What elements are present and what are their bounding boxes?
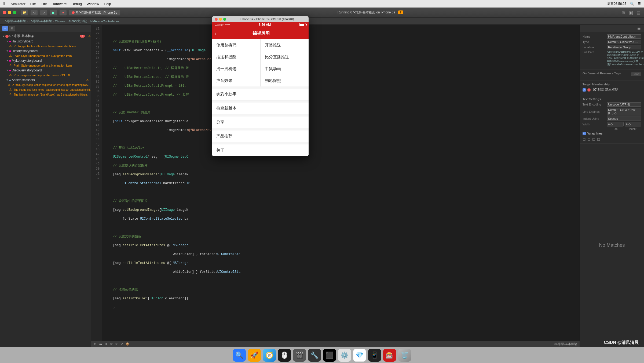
width-tab-value[interactable]: 4 ◇ xyxy=(607,122,624,126)
help-menu[interactable]: Help xyxy=(104,2,111,6)
code-content[interactable]: 21 22 23 24 25 26 27 28 29 30 31 32 33 3… xyxy=(91,25,580,341)
by-file-btn[interactable]: ≡ xyxy=(2,26,8,31)
ios-cell-assistant[interactable]: 购彩小助手 xyxy=(212,89,309,100)
show-button[interactable]: Show xyxy=(631,72,641,76)
hall-storyboard-item[interactable]: ▼ ■ Hall.storyboard xyxy=(0,39,91,44)
breadcrumb-item-4[interactable]: Arena(竞技场) xyxy=(68,19,87,23)
bottom-icon-1[interactable]: ◻ xyxy=(583,137,586,141)
bottom-icon-4[interactable]: ◻ xyxy=(597,137,600,141)
code-text[interactable]: // 设置控制器的背景图片(拉伸) self.view.layer.conten… xyxy=(102,25,580,341)
dock-app[interactable]: 🎰 xyxy=(383,349,396,362)
bottom-icon-2[interactable]: ◻ xyxy=(587,137,591,141)
type-row: Type Default - Objective-C... xyxy=(583,40,641,44)
ios-cell-open-prize[interactable]: 开奖推送 xyxy=(260,39,309,51)
indent-value[interactable]: Spaces xyxy=(607,117,641,121)
encoding-label: Text Encoding xyxy=(583,103,607,106)
back-btn[interactable]: ◁ xyxy=(30,10,38,16)
assets-item[interactable]: ▼ ● Assets.xcassets ⚠ xyxy=(0,78,91,82)
bottom-prev-icon[interactable]: ⏮ xyxy=(99,343,102,346)
folder-btn[interactable]: 📁 xyxy=(21,10,28,16)
simulator-menu[interactable]: Simulator xyxy=(11,2,25,6)
dock-launchpad[interactable]: 🚀 xyxy=(248,349,261,362)
hardware-menu[interactable]: Hardware xyxy=(52,2,67,6)
ios-cell-shake[interactable]: 摇一摇机选 xyxy=(212,63,260,75)
ios-cell-win-anim[interactable]: 中奖动画 xyxy=(260,63,309,75)
ios-cell-share[interactable]: 分享 xyxy=(212,117,309,128)
dock-media[interactable]: 🎬 xyxy=(293,349,306,362)
code-line-41: [seg setBackgroundImage:[UIImage imageN xyxy=(105,208,580,212)
width-indent-value[interactable]: 4 ◇ xyxy=(625,122,642,126)
ios-col-right-2: 比分直播推送 xyxy=(260,51,309,63)
stop-button[interactable]: ■ xyxy=(59,10,67,16)
dock-terminal[interactable]: ⬛ xyxy=(323,349,336,362)
dock-mouse[interactable]: 🖱️ xyxy=(278,349,291,362)
bottom-share-icon[interactable]: 📦 xyxy=(126,342,129,346)
bottom-circle-icon[interactable]: ⊙ xyxy=(94,342,96,346)
ios-cell-lottery-explore[interactable]: 购彩探照 xyxy=(260,75,309,86)
bottom-continue-icon[interactable]: ⟳ xyxy=(115,342,118,346)
no-matches-area: No Matches xyxy=(580,144,644,347)
ios-back-button[interactable]: ‹ xyxy=(215,31,216,36)
view-toggle-btn[interactable]: ⊞ xyxy=(620,10,626,16)
dock-sketch[interactable]: 💎 xyxy=(353,349,366,362)
ios-cell-use-code[interactable]: 使用兑换码 xyxy=(212,39,260,51)
ios-cell-sound[interactable]: 声音效果 xyxy=(212,75,260,86)
dock-safari[interactable]: 🧭 xyxy=(263,349,276,362)
debug-menu[interactable]: Debug xyxy=(71,2,82,6)
ios-cell-recommend[interactable]: 产品推荐 xyxy=(212,130,309,142)
apple-menu-icon[interactable]:  xyxy=(3,1,5,6)
sim-close[interactable] xyxy=(215,18,218,21)
discovery-storyboard-item[interactable]: ▼ ■ Discovery.storyboard xyxy=(0,68,91,73)
menubar-search-icon[interactable]: 🔍 xyxy=(630,2,634,6)
sim-maximize[interactable] xyxy=(223,18,226,21)
encoding-value[interactable]: Unicode (UTF-8) xyxy=(607,102,641,107)
breadcrumb-item-3[interactable]: Classes xyxy=(55,20,65,23)
ios-cell-push-remind[interactable]: 推送和提醒 xyxy=(212,51,260,63)
target-membership-section: Target Membership ✓ ! 07-彩票-基本框架 xyxy=(580,81,644,95)
project-root-item[interactable]: ▼ ! 07-彩票-基本框架 7 ⚠ xyxy=(0,33,91,39)
forward-btn[interactable]: ▷ xyxy=(40,10,47,16)
dock-trash[interactable]: 🗑️ xyxy=(398,349,411,362)
dock-sysprefs[interactable]: ⚙️ xyxy=(338,349,351,362)
editor-toggle-btn[interactable]: |▮| xyxy=(628,10,634,16)
wrap-checkbox[interactable]: ✓ xyxy=(583,132,586,135)
bottom-up-icon[interactable]: ↗ xyxy=(120,342,123,346)
bottom-icon-3[interactable]: ◻ xyxy=(592,137,595,141)
run-button[interactable]: ▶ xyxy=(50,10,57,16)
inspector-toggle-btn[interactable]: ☰ xyxy=(636,26,642,31)
close-button[interactable] xyxy=(3,11,6,14)
debug-toggle-btn[interactable]: ▤ xyxy=(635,10,641,16)
sim-minimize[interactable] xyxy=(219,18,222,21)
breadcrumb-item-5[interactable]: HMArenaController.m xyxy=(90,20,119,23)
line-endings-value[interactable]: Default - OS X / Unix (LF) ◇ xyxy=(607,108,641,115)
target-checkbox[interactable]: ✓ xyxy=(583,88,586,92)
file-menu[interactable]: File xyxy=(30,2,36,6)
type-value[interactable]: Default - Objective-C... xyxy=(607,40,641,44)
location-value[interactable]: Relative to Group xyxy=(607,45,641,49)
line-num-31: 31 xyxy=(91,75,102,79)
menubar-menu-icon[interactable]: ☰ xyxy=(638,2,641,6)
dock-finder[interactable]: 🔍 xyxy=(233,349,246,362)
bottom-pause-icon[interactable]: ⏸ xyxy=(105,343,108,346)
breadcrumb-sep-4: › xyxy=(88,20,89,23)
ios-cell-score-live[interactable]: 比分直播推送 xyxy=(260,51,309,63)
window-menu[interactable]: Window xyxy=(87,2,99,6)
minimize-button[interactable] xyxy=(8,11,11,14)
dock-tools[interactable]: 🔧 xyxy=(308,349,321,362)
breadcrumb-item-2[interactable]: 07-彩票-基本框架 xyxy=(29,19,52,23)
mylottery-storyboard-item[interactable]: ▼ ■ MyLottery.storyboard xyxy=(0,58,91,63)
bottom-step-icon[interactable]: ⟳ xyxy=(110,342,113,346)
ios-cell-about[interactable]: 关于 xyxy=(212,144,309,156)
breadcrumb-item-1[interactable]: 07-彩票-基本框架 xyxy=(3,19,26,23)
ios-cell-check-version[interactable]: 检查新版本 xyxy=(212,103,309,114)
by-type-btn[interactable]: ⊞ xyxy=(9,26,15,31)
maximize-button[interactable] xyxy=(13,11,16,14)
edit-menu[interactable]: Edit xyxy=(41,2,47,6)
indent-label: Indent Using xyxy=(583,117,607,120)
dock-phone[interactable]: 📱 xyxy=(368,349,381,362)
scheme-selector[interactable]: 07-彩票-基本框架 iPhone 6s xyxy=(69,9,120,16)
wrap-lines-label: Wrap lines xyxy=(587,132,602,135)
history-storyboard-item[interactable]: ▼ ■ History.storyboard xyxy=(0,49,91,53)
menubar-time: 周五08:56:25 xyxy=(607,2,626,6)
name-value[interactable]: HMArenaController.m xyxy=(607,34,641,39)
